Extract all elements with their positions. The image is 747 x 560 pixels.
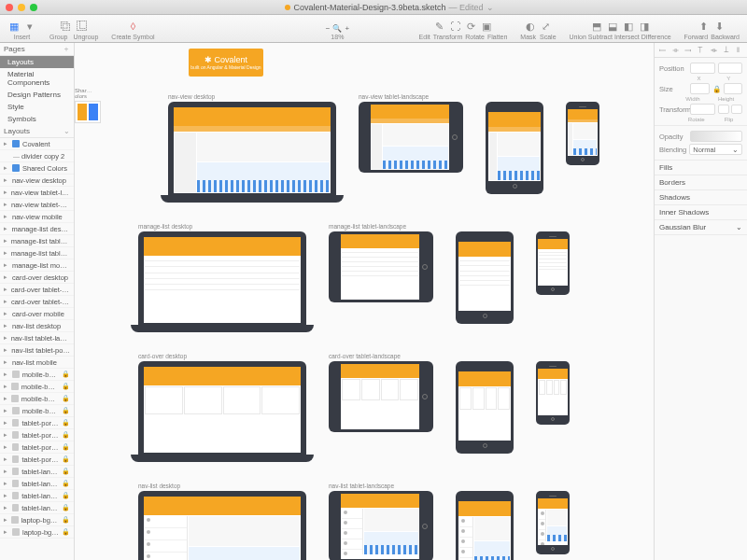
artboard-mobile[interactable]: [536, 491, 570, 554]
disclosure-icon[interactable]: ▸: [4, 455, 9, 463]
align-center-v-icon[interactable]: ⟚: [709, 46, 718, 55]
disclosure-icon[interactable]: ▸: [4, 431, 9, 439]
disclosure-icon[interactable]: ▸: [4, 298, 8, 305]
difference-icon[interactable]: ◨: [638, 20, 651, 33]
borders-section[interactable]: Borders: [655, 175, 747, 190]
page-item[interactable]: Material Components: [0, 68, 74, 89]
layer-row[interactable]: ▸tablet-land…🔒: [0, 466, 74, 478]
zoom-window-button[interactable]: [30, 4, 37, 11]
layer-row[interactable]: ▸Shared Colors: [0, 162, 74, 175]
inner-shadows-section[interactable]: Inner Shadows: [655, 205, 747, 220]
disclosure-icon[interactable]: ▸: [4, 504, 9, 511]
disclosure-icon[interactable]: ▸: [4, 189, 8, 196]
layer-row[interactable]: ▸card-over tablet-portr…: [0, 296, 74, 308]
disclosure-icon[interactable]: ▸: [4, 468, 9, 475]
blending-select[interactable]: Normal⌄: [689, 144, 742, 155]
layer-row[interactable]: ▸nav-view desktop: [0, 175, 74, 187]
layer-row[interactable]: ▸nav-list tablet-landsca…: [0, 332, 74, 344]
rotate-input[interactable]: [690, 104, 715, 115]
minimize-window-button[interactable]: [18, 4, 25, 11]
disclosure-icon[interactable]: ▸: [4, 528, 9, 536]
intersect-icon[interactable]: ◧: [622, 20, 635, 33]
layer-row[interactable]: ▸tablet-port…🔒: [0, 441, 74, 454]
transform-icon[interactable]: ⛶: [448, 20, 461, 33]
disclosure-icon[interactable]: ▸: [4, 346, 8, 354]
artboard-desktop[interactable]: [138, 491, 306, 560]
shared-colors-artboard[interactable]: Shar…olors: [75, 88, 103, 123]
artboard-desktop[interactable]: [168, 102, 336, 203]
align-bottom-icon[interactable]: ⟘: [722, 46, 731, 55]
y-input[interactable]: [718, 63, 743, 74]
mask-icon[interactable]: ◐: [524, 20, 537, 33]
layer-row[interactable]: ▸laptop-bg…🔒: [0, 526, 74, 539]
width-input[interactable]: [690, 83, 710, 94]
layer-row[interactable]: ▸Covalent: [0, 138, 74, 150]
subtract-icon[interactable]: ⬓: [606, 20, 619, 33]
lock-icon[interactable]: 🔒: [62, 419, 70, 427]
align-left-icon[interactable]: ⟝: [658, 46, 668, 55]
disclosure-icon[interactable]: ▸: [4, 358, 9, 366]
group-icon[interactable]: ⿻: [60, 20, 73, 33]
rotate-icon[interactable]: ⟳: [464, 20, 477, 33]
layer-row[interactable]: ▸nav-view tablet-portrait: [0, 199, 74, 211]
lock-icon[interactable]: 🔒: [62, 528, 70, 536]
x-input[interactable]: [690, 63, 715, 74]
align-top-icon[interactable]: ⟙: [696, 46, 705, 55]
layer-row[interactable]: ▸manage-list mobile: [0, 259, 74, 272]
layer-row[interactable]: ▸card-over mobile: [0, 308, 74, 320]
create-symbol-button[interactable]: ◊ Create Symbol: [111, 20, 154, 40]
disclosure-icon[interactable]: ▸: [4, 273, 9, 281]
zoom-control[interactable]: − 🔍 + 18%: [326, 24, 349, 40]
disclosure-icon[interactable]: ▸: [4, 213, 9, 220]
disclosure-icon[interactable]: ▸: [4, 516, 8, 524]
artboard-tablet-portrait[interactable]: [456, 491, 514, 560]
disclosure-icon[interactable]: ▸: [4, 176, 9, 184]
zoom-out-icon[interactable]: −: [326, 24, 331, 33]
disclosure-icon[interactable]: ▸: [4, 443, 9, 451]
height-input[interactable]: [724, 83, 743, 94]
opacity-slider[interactable]: [690, 131, 742, 142]
layer-row[interactable]: ▸laptop-bg n…🔒: [0, 514, 74, 526]
backward-icon[interactable]: ⬇: [713, 20, 726, 33]
disclosure-icon[interactable]: ▸: [4, 249, 8, 257]
flip-v-button[interactable]: [731, 105, 742, 114]
artboard-tablet-landscape[interactable]: [329, 491, 433, 560]
distribute-icon[interactable]: ⫴: [734, 46, 743, 55]
layer-row[interactable]: ▸mobile-bg…🔒: [0, 369, 74, 381]
layer-row[interactable]: ▸tablet-land…🔒: [0, 490, 74, 502]
layer-row[interactable]: ▸tablet-land…🔒: [0, 502, 74, 514]
lock-aspect-icon[interactable]: 🔒: [712, 85, 721, 93]
layer-row[interactable]: ▸mobile-bg l…🔒: [0, 393, 74, 405]
lock-icon[interactable]: 🔒: [62, 371, 70, 378]
disclosure-icon[interactable]: ▸: [4, 480, 9, 487]
disclosure-icon[interactable]: ▸: [4, 383, 8, 390]
layer-row[interactable]: ▸manage-list tablet-lan…: [0, 235, 74, 247]
ungroup-icon[interactable]: ⿺: [76, 20, 89, 33]
layer-row[interactable]: —divider copy 2: [0, 150, 74, 162]
lock-icon[interactable]: 🔒: [62, 504, 70, 511]
disclosure-icon[interactable]: ▸: [4, 164, 9, 172]
align-right-icon[interactable]: ⟞: [684, 46, 693, 55]
disclosure-icon[interactable]: ▸: [4, 419, 9, 427]
disclosure-icon[interactable]: ▸: [4, 140, 9, 147]
lock-icon[interactable]: 🔒: [62, 468, 70, 475]
artboard-mobile[interactable]: [536, 231, 570, 295]
layer-row[interactable]: ▸tablet-land…🔒: [0, 478, 74, 490]
artboard-tablet-portrait[interactable]: [456, 231, 514, 324]
disclosure-icon[interactable]: ▸: [4, 371, 9, 378]
disclosure-icon[interactable]: ▸: [4, 395, 8, 402]
layer-row[interactable]: ▸tablet-port…🔒: [0, 429, 74, 441]
page-item[interactable]: Style: [0, 101, 74, 113]
union-icon[interactable]: ⬒: [590, 20, 603, 33]
insert-button[interactable]: ▦▾ Insert: [7, 20, 36, 40]
layer-row[interactable]: ▸manage-list tablet-por…: [0, 247, 74, 259]
lock-icon[interactable]: 🔒: [62, 455, 70, 463]
lock-icon[interactable]: 🔒: [62, 383, 70, 390]
layer-row[interactable]: ▸nav-view mobile: [0, 211, 74, 223]
artboard-tablet-landscape[interactable]: [329, 361, 433, 432]
artboard-mobile[interactable]: [536, 361, 570, 425]
flip-h-button[interactable]: [718, 105, 729, 114]
artboard-tablet-portrait[interactable]: [456, 361, 514, 454]
disclosure-icon[interactable]: ▸: [4, 310, 9, 317]
lock-icon[interactable]: 🔒: [62, 492, 70, 499]
